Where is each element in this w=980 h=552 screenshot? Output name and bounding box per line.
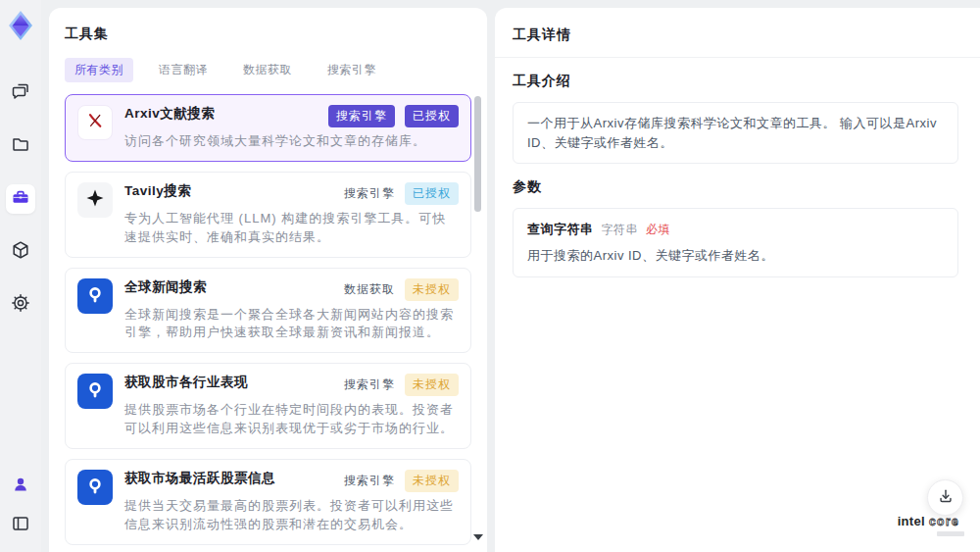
intel-core-logo: intel core	[887, 514, 970, 536]
sidebar-item-packages[interactable]	[6, 237, 35, 267]
tool-auth-badge: 已授权	[405, 105, 459, 127]
tool-description: 提供当天交易量最高的股票列表。投资者可以利用这些信息来识别流动性强的股票和潜在的…	[124, 497, 459, 534]
tool-list: Arxiv文献搜索 搜索引擎 已授权 访问各个研究领域大量科学论文和文章的存储库…	[65, 94, 471, 552]
arxiv-icon	[85, 111, 105, 134]
tool-card[interactable]: Arxiv文献搜索 搜索引擎 已授权 访问各个研究领域大量科学论文和文章的存储库…	[65, 94, 471, 162]
tool-description: 全球新闻搜索是一个聚合全球各大新闻网站内容的搜索引擎，帮助用户快速获取全球最新资…	[124, 306, 459, 343]
app-logo-icon[interactable]	[3, 8, 38, 43]
tool-category-badge: 搜索引擎	[344, 470, 395, 492]
category-tabs: 所有类别 语言翻译 数据获取 搜索引擎	[65, 58, 471, 82]
tab-language-translation[interactable]: 语言翻译	[149, 58, 218, 82]
chat-icon	[11, 81, 30, 105]
tool-icon	[77, 105, 113, 140]
news-search-icon	[85, 476, 105, 499]
tool-category-badge: 搜索引擎	[344, 182, 395, 205]
left-rail	[0, 0, 41, 552]
tool-description: 访问各个研究领域大量科学论文和文章的存储库。	[124, 132, 459, 151]
intel-core-submark	[937, 531, 964, 536]
tools-panel-title: 工具集	[65, 25, 471, 43]
tool-icon	[77, 470, 113, 505]
sidebar-item-tools[interactable]	[6, 184, 35, 214]
list-scrollbar[interactable]	[474, 90, 481, 548]
tab-search-engine[interactable]: 搜索引擎	[318, 58, 386, 82]
detail-panel-title: 工具详情	[513, 26, 958, 44]
sidebar-item-settings[interactable]	[6, 290, 35, 320]
scrollbar-thumb[interactable]	[474, 96, 481, 212]
tool-category-badge: 搜索引擎	[328, 105, 395, 127]
intel-wordmark: intel	[898, 514, 925, 528]
panel-toggle-button[interactable]	[6, 511, 35, 540]
param-box: 查询字符串 字符串 必填 用于搜索的Arxiv ID、关键字或作者姓名。	[513, 208, 958, 277]
cube-icon	[11, 240, 30, 264]
tool-description: 专为人工智能代理 (LLM) 构建的搜索引擎工具。可快速提供实时、准确和真实的结…	[124, 210, 459, 247]
tool-icon	[77, 278, 113, 314]
params-heading: 参数	[513, 178, 958, 196]
param-description: 用于搜索的Arxiv ID、关键字或作者姓名。	[527, 247, 944, 265]
tool-auth-badge: 未授权	[405, 374, 459, 396]
detail-divider	[495, 57, 980, 58]
tool-card[interactable]: 获取市场最活跃股票信息 搜索引擎 未授权 提供当天交易量最高的股票列表。投资者可…	[65, 459, 471, 545]
tab-data-fetch[interactable]: 数据获取	[233, 58, 302, 82]
tools-panel: 工具集 所有类别 语言翻译 数据获取 搜索引擎 Arxiv文献搜索 搜索引擎	[49, 8, 487, 552]
tavily-star-icon	[85, 188, 105, 212]
download-icon	[937, 487, 955, 509]
tool-name: Arxiv文献搜索	[124, 105, 215, 123]
tool-auth-badge: 未授权	[405, 470, 459, 492]
intro-heading: 工具介绍	[513, 73, 958, 90]
core-wordmark: core	[929, 515, 959, 528]
tool-name: 获取市场最活跃股票信息	[124, 470, 275, 487]
user-profile-button[interactable]	[6, 472, 35, 501]
tool-name: 获取股市各行业表现	[124, 374, 248, 391]
param-required-flag: 必填	[646, 222, 670, 238]
tool-auth-badge: 已授权	[405, 182, 459, 205]
user-avatar-icon	[11, 475, 30, 498]
scroll-down-icon[interactable]	[473, 534, 483, 540]
tool-category-badge: 数据获取	[344, 278, 395, 301]
gear-icon	[11, 293, 30, 317]
tool-name: 全球新闻搜索	[124, 278, 207, 296]
tool-card[interactable]: Tavily搜索 搜索引擎 已授权 专为人工智能代理 (LLM) 构建的搜索引擎…	[65, 172, 471, 258]
rail-bottom	[6, 472, 35, 540]
tool-name: Tavily搜索	[124, 182, 191, 200]
news-search-icon	[85, 284, 105, 308]
download-button[interactable]	[927, 479, 963, 516]
intro-box: 一个用于从Arxiv存储库搜索科学论文和文章的工具。 输入可以是Arxiv ID…	[513, 102, 958, 164]
tool-icon	[77, 374, 113, 409]
toolbox-icon	[11, 187, 30, 211]
tool-card[interactable]: 全球新闻搜索 数据获取 未授权 全球新闻搜索是一个聚合全球各大新闻网站内容的搜索…	[65, 268, 471, 354]
tool-category-badge: 搜索引擎	[344, 374, 395, 396]
tool-detail-panel: 工具详情 工具介绍 一个用于从Arxiv存储库搜索科学论文和文章的工具。 输入可…	[495, 8, 980, 552]
param-type: 字符串	[602, 222, 639, 238]
folder-icon	[11, 134, 30, 158]
sidebar-item-chat[interactable]	[6, 78, 35, 108]
tab-all-categories[interactable]: 所有类别	[65, 58, 133, 82]
panel-toggle-icon	[11, 514, 30, 537]
rail-nav	[6, 78, 35, 320]
tool-auth-badge: 未授权	[405, 278, 459, 301]
tool-icon	[77, 182, 113, 218]
tool-description: 提供股票市场各个行业在特定时间段内的表现。投资者可以利用这些信息来识别表现优于或…	[124, 401, 459, 438]
tool-card[interactable]: 获取股市各行业表现 搜索引擎 未授权 提供股票市场各个行业在特定时间段内的表现。…	[65, 363, 471, 449]
news-search-icon	[85, 379, 105, 403]
sidebar-item-files[interactable]	[6, 131, 35, 161]
param-name: 查询字符串	[527, 221, 594, 238]
